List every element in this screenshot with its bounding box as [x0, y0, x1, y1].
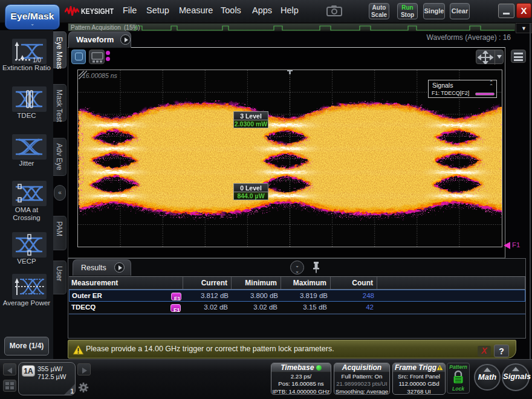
- svg-text:1/0: 1/0: [33, 57, 41, 63]
